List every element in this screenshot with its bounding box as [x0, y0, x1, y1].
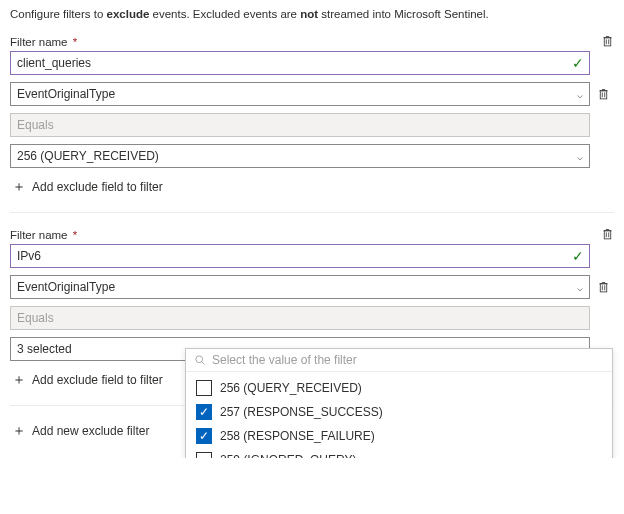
check-icon: ✓: [572, 248, 584, 264]
field-select[interactable]: EventOriginalType⌵: [10, 275, 590, 299]
svg-rect-15: [600, 284, 607, 292]
svg-rect-5: [600, 91, 607, 99]
dropdown-option-label: 258 (RESPONSE_FAILURE): [220, 429, 375, 443]
dropdown-option[interactable]: 258 (RESPONSE_FAILURE): [186, 424, 612, 448]
dropdown-option-label: 259 (IGNORED_QUERY): [220, 453, 356, 458]
value-dropdown: Select the value of the filter 256 (QUER…: [185, 348, 613, 458]
delete-filter-icon[interactable]: [600, 227, 614, 241]
delete-field-icon[interactable]: [596, 87, 610, 101]
dropdown-option[interactable]: 256 (QUERY_RECEIVED): [186, 376, 612, 400]
plus-icon: ＋: [12, 178, 26, 196]
dropdown-option[interactable]: 259 (IGNORED_QUERY): [186, 448, 612, 458]
dropdown-option-label: 256 (QUERY_RECEIVED): [220, 381, 362, 395]
svg-rect-10: [604, 231, 611, 239]
delete-field-icon[interactable]: [596, 280, 610, 294]
divider: [10, 212, 614, 213]
field-select[interactable]: EventOriginalType⌵: [10, 82, 590, 106]
checkbox[interactable]: [196, 404, 212, 420]
operator-select: Equals: [10, 306, 590, 330]
dropdown-option-label: 257 (RESPONSE_SUCCESS): [220, 405, 383, 419]
filter-block: Filter name * ✓ EventOriginalType⌵ Equal…: [10, 34, 614, 206]
filter-name-label: Filter name *: [10, 229, 77, 241]
dropdown-search[interactable]: Select the value of the filter: [186, 349, 612, 372]
filter-name-label: Filter name *: [10, 36, 77, 48]
filter-name-input[interactable]: [10, 51, 590, 75]
checkbox[interactable]: [196, 380, 212, 396]
chevron-down-icon: ⌵: [577, 282, 583, 293]
filter-name-input[interactable]: [10, 244, 590, 268]
svg-point-20: [196, 356, 203, 363]
plus-icon: ＋: [12, 422, 26, 440]
search-icon: [194, 354, 206, 366]
dropdown-option[interactable]: 257 (RESPONSE_SUCCESS): [186, 400, 612, 424]
svg-line-21: [202, 362, 205, 365]
chevron-down-icon: ⌵: [577, 151, 583, 162]
filter-block: Filter name * ✓ EventOriginalType⌵ Equal…: [10, 227, 614, 399]
checkbox[interactable]: [196, 428, 212, 444]
add-exclude-field-button[interactable]: ＋ Add exclude field to filter: [10, 168, 614, 206]
value-select[interactable]: 256 (QUERY_RECEIVED)⌵: [10, 144, 590, 168]
description-text: Configure filters to exclude events. Exc…: [10, 8, 614, 20]
checkbox[interactable]: [196, 452, 212, 458]
check-icon: ✓: [572, 55, 584, 71]
plus-icon: ＋: [12, 371, 26, 389]
delete-filter-icon[interactable]: [600, 34, 614, 48]
svg-rect-0: [604, 38, 611, 46]
chevron-down-icon: ⌵: [577, 89, 583, 100]
operator-select: Equals: [10, 113, 590, 137]
